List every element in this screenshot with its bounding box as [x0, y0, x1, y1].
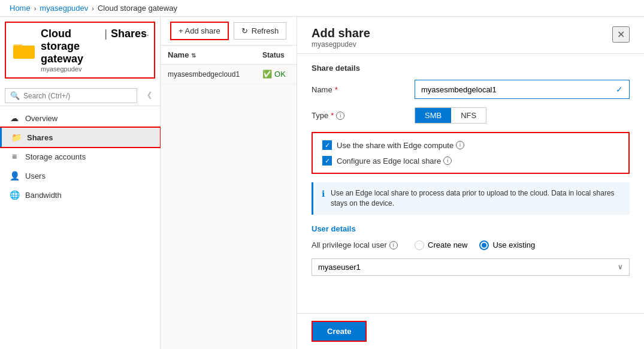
- edge-compute-checkbox[interactable]: [322, 140, 332, 150]
- table-area: Name ⇅ Status myasesmbedgecloud1 ✅ OK: [161, 46, 297, 349]
- nav-list: ☁ Overview 📁 Shares ≡ Storage accounts 👤…: [0, 106, 160, 207]
- add-share-panel: Add share myasegpudev ✕ Share details Na…: [297, 17, 644, 349]
- type-label: Type * i: [312, 111, 407, 120]
- user-dropdown[interactable]: myaseuser1 ∨: [312, 258, 630, 276]
- row-status: ✅ OK: [255, 65, 297, 84]
- use-existing-option[interactable]: Use existing: [479, 240, 535, 250]
- create-button[interactable]: Create: [312, 321, 367, 342]
- panel-subtitle: myasegpudev: [312, 40, 370, 49]
- refresh-icon: ↻: [241, 26, 248, 35]
- sidebar-item-shares[interactable]: 📁 Shares: [0, 128, 160, 147]
- check-icon: ✅: [262, 70, 272, 79]
- create-new-radio[interactable]: [415, 240, 424, 250]
- type-toggle: SMB NFS: [415, 107, 486, 124]
- breadcrumb-current: Cloud storage gateway: [98, 4, 177, 13]
- storage-icon: ≡: [10, 152, 19, 161]
- sidebar-item-users[interactable]: 👤 Users: [0, 166, 160, 185]
- panel-title-block: Add share myasegpudev: [312, 26, 370, 49]
- bandwidth-icon: 🌐: [10, 190, 19, 200]
- panel-header: Add share myasegpudev ✕: [297, 17, 644, 54]
- edge-compute-section: Use the share with Edge compute i Config…: [312, 132, 630, 174]
- col-status[interactable]: Status: [255, 46, 297, 65]
- info-box-text: Use an Edge local share to process data …: [331, 188, 621, 209]
- search-icon: 🔍: [10, 91, 20, 100]
- info-box-icon: ℹ: [322, 189, 325, 198]
- valid-check-icon: ✓: [616, 85, 623, 94]
- close-button[interactable]: ✕: [612, 26, 630, 43]
- panel-footer: Create: [297, 313, 644, 349]
- privilege-info-icon[interactable]: i: [389, 241, 398, 249]
- refresh-button[interactable]: ↻ Refresh: [234, 22, 287, 40]
- panel-body: Share details Name * ✓ Type * i: [297, 54, 644, 313]
- left-panel: Cloud storage gateway | Shares myasegpud…: [0, 17, 161, 349]
- shares-table: Name ⇅ Status myasesmbedgecloud1 ✅ OK: [161, 46, 297, 84]
- name-input-container[interactable]: ✓: [415, 80, 630, 99]
- edge-local-info-icon[interactable]: i: [443, 157, 452, 165]
- search-input[interactable]: [23, 92, 132, 100]
- sidebar-item-label: Bandwidth: [25, 191, 62, 200]
- chevron-down-icon: ∨: [618, 263, 623, 271]
- required-indicator: *: [335, 85, 338, 94]
- edge-compute-label: Use the share with Edge compute i: [337, 141, 464, 150]
- resource-subtitle: myasegpudev: [41, 65, 147, 73]
- privilege-label: All privilege local user i: [312, 240, 407, 249]
- row-name: myasesmbedgecloud1: [161, 65, 255, 84]
- sidebar-item-storage-accounts[interactable]: ≡ Storage accounts: [0, 147, 160, 166]
- breadcrumb-resource[interactable]: myasegpudev: [40, 4, 88, 13]
- user-details-title: User details: [312, 224, 630, 233]
- resource-title-block: Cloud storage gateway | Shares myasegpud…: [41, 28, 147, 73]
- edge-compute-info-icon[interactable]: i: [456, 141, 464, 149]
- create-new-option[interactable]: Create new: [415, 240, 467, 250]
- folder-icon: [13, 41, 35, 60]
- name-row: Name * ✓: [312, 80, 630, 99]
- cloud-icon: ☁: [10, 113, 19, 123]
- edge-local-checkbox[interactable]: [322, 156, 332, 166]
- edge-local-label: Configure as Edge local share i: [337, 157, 452, 166]
- collapse-button[interactable]: 《: [140, 89, 155, 103]
- status-badge: ✅ OK: [262, 70, 289, 79]
- type-row: Type * i SMB NFS: [312, 107, 630, 124]
- breadcrumb-home[interactable]: Home: [10, 4, 31, 13]
- use-existing-label: Use existing: [492, 240, 535, 249]
- content-area: + Add share ↻ Refresh Name ⇅ Status: [161, 17, 297, 349]
- add-share-button[interactable]: + Add share: [170, 22, 229, 40]
- sort-icon: ⇅: [191, 52, 196, 59]
- sidebar-item-bandwidth[interactable]: 🌐 Bandwidth: [0, 185, 160, 204]
- panel-title: Add share: [312, 26, 370, 40]
- resource-header: Cloud storage gateway | Shares myasegpud…: [5, 22, 155, 79]
- edge-local-row: Configure as Edge local share i: [322, 156, 619, 166]
- info-box: ℹ Use an Edge local share to process dat…: [312, 182, 630, 215]
- col-name[interactable]: Name ⇅: [161, 46, 255, 65]
- toolbar: + Add share ↻ Refresh: [161, 17, 297, 46]
- search-box[interactable]: 🔍: [5, 88, 137, 103]
- sidebar-item-label: Overview: [25, 114, 58, 123]
- sidebar-item-overview[interactable]: ☁ Overview: [0, 109, 160, 128]
- name-label: Name *: [312, 85, 407, 94]
- name-input[interactable]: [421, 85, 616, 94]
- sidebar-item-label: Users: [25, 172, 46, 180]
- sidebar-item-label: Storage accounts: [25, 152, 86, 161]
- table-row[interactable]: myasesmbedgecloud1 ✅ OK: [161, 65, 297, 84]
- radio-group: Create new Use existing: [415, 240, 535, 250]
- create-new-label: Create new: [428, 240, 467, 249]
- svg-rect-2: [13, 46, 35, 58]
- type-info-icon[interactable]: i: [336, 112, 344, 120]
- sidebar-item-label: Shares: [27, 133, 53, 142]
- user-dropdown-value: myaseuser1: [318, 263, 361, 272]
- privilege-row: All privilege local user i Create new Us…: [312, 240, 630, 250]
- smb-option[interactable]: SMB: [415, 108, 451, 123]
- search-area: 🔍 《: [0, 83, 160, 106]
- share-details-title: Share details: [312, 64, 630, 73]
- nfs-option[interactable]: NFS: [451, 108, 486, 123]
- use-existing-radio[interactable]: [479, 240, 489, 250]
- user-icon: 👤: [10, 171, 19, 180]
- more-button[interactable]: ...: [141, 28, 149, 38]
- edge-compute-row: Use the share with Edge compute i: [322, 140, 619, 150]
- folder-nav-icon: 📁: [11, 133, 21, 142]
- resource-title: Cloud storage gateway | Shares: [41, 28, 147, 65]
- breadcrumb: Home › myasegpudev › Cloud storage gatew…: [0, 0, 644, 17]
